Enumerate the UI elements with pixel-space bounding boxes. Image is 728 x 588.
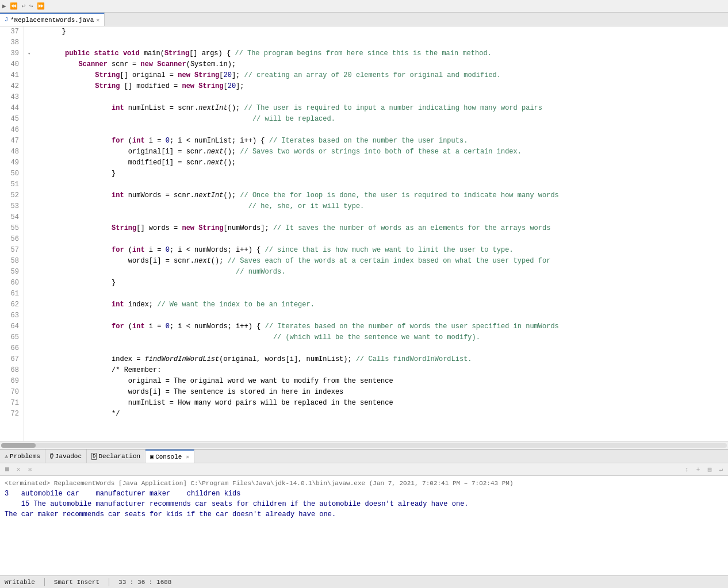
- bottom-tab-close[interactable]: ✕: [186, 454, 189, 460]
- code-line-37: }: [29, 26, 728, 37]
- code-line-63: [29, 310, 728, 321]
- line-number-58: 58: [2, 256, 19, 267]
- line-number-45: 45: [2, 114, 19, 125]
- line-number-62: 62: [2, 299, 19, 310]
- line-number-71: 71: [2, 398, 19, 409]
- code-line-64: for (int i = 0; i < numWords; i++) { // …: [29, 321, 728, 332]
- fold-arrow[interactable]: ▾: [28, 51, 30, 57]
- file-tab-label: *ReplacementWords.java: [10, 17, 94, 24]
- line-number-56: 56: [2, 234, 19, 245]
- line-number-50: 50: [2, 168, 19, 179]
- console-output: <terminated> ReplacementWords [Java Appl…: [0, 476, 728, 575]
- line-number-42: 42: [2, 81, 19, 92]
- bottom-panel: ⚠Problems@JavadocDDeclaration▣Console✕ ⏹…: [0, 449, 728, 575]
- code-line-65: // (which will be the sentence we want t…: [29, 332, 728, 343]
- code-line-69: original = The original word we want to …: [29, 376, 728, 387]
- code-line-60: }: [29, 278, 728, 289]
- line-number-40: 40: [2, 59, 19, 70]
- line-number-51: 51: [2, 179, 19, 190]
- code-editor[interactable]: 3738394041424344454647484950515253545556…: [0, 26, 728, 449]
- code-line-55: String[] words = new String[numWords]; /…: [29, 223, 728, 234]
- code-line-38: [29, 37, 728, 48]
- line-number-66: 66: [2, 343, 19, 354]
- code-line-70: words[i] = The sentence is stored in her…: [29, 387, 728, 398]
- code-line-57: for (int i = 0; i < numWords; i++) { // …: [29, 245, 728, 256]
- problems-icon: ⚠: [5, 453, 8, 460]
- line-number-37: 37: [2, 26, 19, 37]
- code-line-58: words[i] = scnr.next(); // Saves each of…: [29, 256, 728, 267]
- code-line-68: /* Remember:: [29, 365, 728, 376]
- code-line-49: modified[i] = scnr.next();: [29, 157, 728, 168]
- bottom-tab-problems[interactable]: ⚠Problems: [0, 449, 45, 463]
- line-number-57: 57: [2, 245, 19, 256]
- declaration-icon: D: [91, 453, 97, 460]
- javadoc-icon: @: [50, 453, 53, 459]
- console-output-line-1: 15 The automobile manufacturer recommend…: [5, 499, 723, 509]
- status-divider-2: [109, 578, 109, 586]
- bottom-tab-console[interactable]: ▣Console✕: [145, 449, 194, 463]
- bottom-tab-javadoc[interactable]: @Javadoc: [45, 449, 87, 463]
- line-number-63: 63: [2, 310, 19, 321]
- stop-icon[interactable]: ⏹: [2, 465, 12, 474]
- scrollbar-thumb[interactable]: [1, 443, 36, 448]
- code-line-54: [29, 212, 728, 223]
- code-line-41: String[] original = new String[20]; // c…: [29, 70, 728, 81]
- line-number-52: 52: [2, 190, 19, 201]
- status-bar: Writable Smart Insert 33 : 36 : 1688: [0, 575, 728, 588]
- writable-status: Writable: [5, 579, 35, 586]
- writable-label: Writable: [5, 579, 35, 586]
- scroll-lock-icon[interactable]: ↕: [682, 465, 691, 474]
- code-line-71: numInList = How many word pairs will be …: [29, 398, 728, 409]
- word-wrap-icon[interactable]: ↵: [716, 465, 726, 474]
- insert-mode-label: Smart Insert: [54, 579, 99, 586]
- code-line-43: [29, 92, 728, 103]
- code-line-67: index = findWordInWordList(original, wor…: [29, 354, 728, 365]
- code-line-72: */: [29, 409, 728, 420]
- line-number-54: 54: [2, 212, 19, 223]
- line-number-64: 64: [2, 321, 19, 332]
- status-divider-1: [44, 578, 45, 586]
- bottom-tab-label: Console: [155, 454, 182, 460]
- display-icon[interactable]: ▤: [705, 465, 714, 474]
- code-line-53: // he, she, or it will type.: [29, 201, 728, 212]
- line-number-gutter: 3738394041424344454647484950515253545556…: [0, 26, 24, 441]
- line-number-41: 41: [2, 70, 19, 81]
- console-icon: ▣: [150, 454, 154, 460]
- console-output-line-0: 3 automobile car manufacturer maker chil…: [5, 489, 723, 499]
- file-tab-replacementwords[interactable]: J *ReplacementWords.java ✕: [0, 13, 105, 26]
- main-toolbar: ▶ ⏪ ↩ ↪ ⏩: [0, 0, 728, 13]
- code-line-47: for (int i = 0; i < numInList; i++) { //…: [29, 136, 728, 147]
- position-label: 33 : 36 : 1688: [118, 579, 171, 586]
- bottom-tab-bar: ⚠Problems@JavadocDDeclaration▣Console✕: [0, 449, 728, 463]
- line-number-44: 44: [2, 103, 19, 114]
- code-line-45: // will be replaced.: [29, 114, 728, 125]
- line-number-70: 70: [2, 387, 19, 398]
- new-console-icon[interactable]: +: [693, 465, 703, 474]
- scrollbar-track[interactable]: [1, 443, 727, 448]
- line-number-47: 47: [2, 136, 19, 147]
- code-line-52: int numWords = scnr.nextInt(); // Once t…: [29, 190, 728, 201]
- line-number-59: 59: [2, 267, 19, 278]
- horizontal-scrollbar[interactable]: [0, 441, 728, 449]
- bottom-tab-declaration[interactable]: DDeclaration: [87, 449, 145, 463]
- bottom-tab-label: Declaration: [98, 453, 140, 460]
- code-content[interactable]: } ▾ public static void main(String[] arg…: [24, 26, 728, 441]
- code-line-48: original[i] = scnr.next(); // Saves two …: [29, 147, 728, 157]
- line-number-69: 69: [2, 376, 19, 387]
- code-line-59: // numWords.: [29, 267, 728, 278]
- line-number-49: 49: [2, 157, 19, 168]
- position-status: 33 : 36 : 1688: [118, 579, 171, 586]
- pin-icon[interactable]: ✲: [25, 465, 35, 474]
- code-scroll-area[interactable]: 3738394041424344454647484950515253545556…: [0, 26, 728, 441]
- close-console-icon[interactable]: ✕: [14, 465, 23, 474]
- editor-container: 3738394041424344454647484950515253545556…: [0, 26, 728, 575]
- code-line-50: }: [29, 168, 728, 179]
- console-output-line-2: The car maker recommends car seats for k…: [5, 509, 723, 520]
- line-number-60: 60: [2, 278, 19, 289]
- line-number-39: 39: [2, 48, 19, 59]
- tab-close-button[interactable]: ✕: [96, 17, 99, 24]
- code-line-46: [29, 125, 728, 136]
- editor-tab-bar: J *ReplacementWords.java ✕: [0, 13, 728, 26]
- code-line-39: ▾ public static void main(String[] args)…: [29, 48, 728, 59]
- line-number-55: 55: [2, 223, 19, 234]
